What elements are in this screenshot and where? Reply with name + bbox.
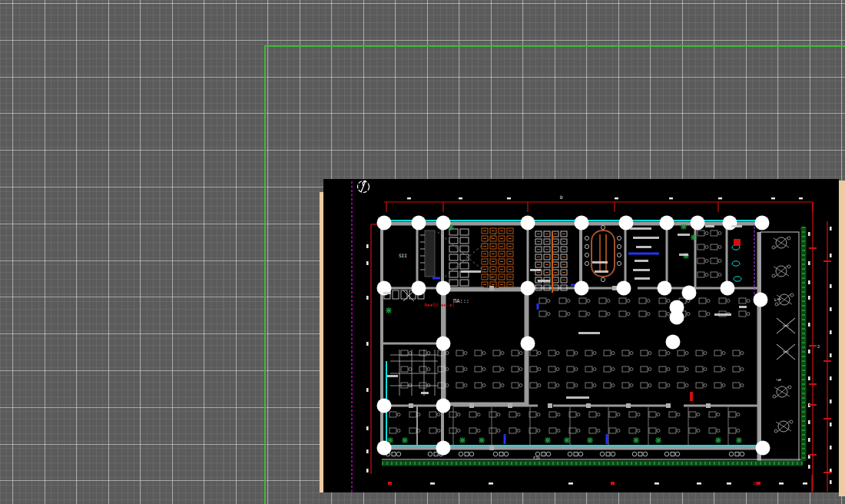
floor-plan-svg: DSIIF3X2B2L***#EΠA:::- N▪▪SS ▪▪-▪| xyxy=(323,179,839,492)
svg-text:ΠA:::: ΠA::: xyxy=(453,298,469,304)
svg-text:2: 2 xyxy=(817,344,820,349)
drawing-sheet[interactable]: DSIIF3X2B2L***#EΠA:::- N▪▪SS ▪▪-▪| xyxy=(323,179,839,492)
svg-text:SII: SII xyxy=(399,253,407,258)
svg-text:- N▪▪SS ▪▪-▪|: - N▪▪SS ▪▪-▪| xyxy=(419,302,455,308)
svg-text:D: D xyxy=(560,194,563,200)
cad-workspace: DSIIF3X2B2L***#EΠA:::- N▪▪SS ▪▪-▪| xyxy=(0,0,845,504)
conference-table xyxy=(585,225,621,281)
svg-text:2B: 2B xyxy=(753,481,757,486)
utility-shelves xyxy=(390,350,438,396)
north-arrow-icon xyxy=(358,181,369,193)
sheet-edge-right xyxy=(839,181,845,496)
svg-text:L**: L** xyxy=(774,297,781,302)
svg-text:*#E: *#E xyxy=(776,378,782,382)
svg-text:F3X: F3X xyxy=(533,456,540,460)
